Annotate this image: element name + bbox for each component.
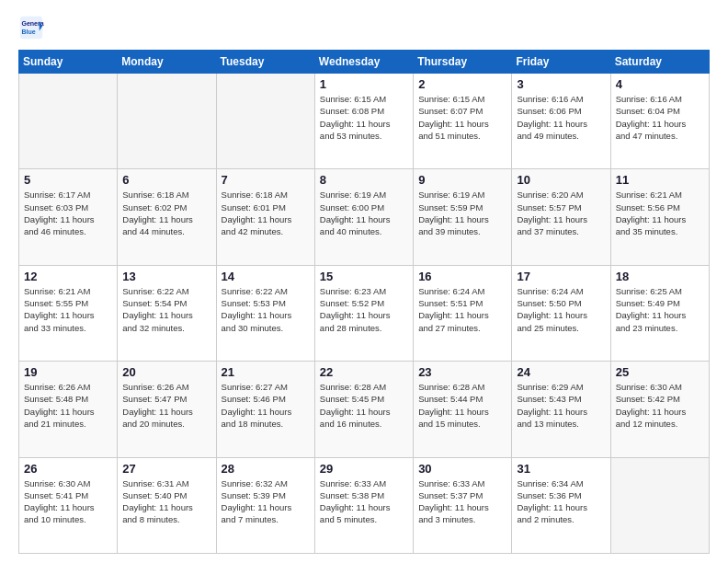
day-info: Sunrise: 6:29 AMSunset: 5:43 PMDaylight:… [517,381,605,430]
calendar-week-row: 26Sunrise: 6:30 AMSunset: 5:41 PMDayligh… [19,457,710,553]
calendar-cell: 26Sunrise: 6:30 AMSunset: 5:41 PMDayligh… [19,457,118,553]
day-number: 2 [418,77,506,91]
calendar-day-header: Sunday [19,51,118,74]
day-number: 23 [418,365,506,379]
calendar-cell [19,74,118,169]
calendar-cell: 30Sunrise: 6:33 AMSunset: 5:37 PMDayligh… [414,457,512,553]
day-info: Sunrise: 6:22 AMSunset: 5:54 PMDaylight:… [122,285,210,334]
calendar-cell: 5Sunrise: 6:17 AMSunset: 6:03 PMDaylight… [19,169,118,265]
calendar-cell [610,457,709,553]
day-number: 10 [517,173,605,187]
calendar-cell: 3Sunrise: 6:16 AMSunset: 6:06 PMDaylight… [512,74,610,169]
day-number: 11 [616,173,704,187]
day-number: 14 [222,270,310,283]
calendar-cell: 11Sunrise: 6:21 AMSunset: 5:56 PMDayligh… [610,169,709,265]
calendar-week-row: 5Sunrise: 6:17 AMSunset: 6:03 PMDaylight… [19,169,710,265]
calendar-cell: 1Sunrise: 6:15 AMSunset: 6:08 PMDaylight… [314,74,413,169]
day-number: 19 [24,365,112,379]
calendar-cell: 8Sunrise: 6:19 AMSunset: 6:00 PMDaylight… [314,169,413,265]
day-number: 31 [517,462,605,476]
day-info: Sunrise: 6:21 AMSunset: 5:56 PMDaylight:… [616,189,704,237]
calendar-week-row: 19Sunrise: 6:26 AMSunset: 5:48 PMDayligh… [19,362,710,457]
calendar-day-header: Tuesday [216,51,314,74]
calendar-header-row: SundayMondayTuesdayWednesdayThursdayFrid… [19,51,710,74]
calendar-day-header: Wednesday [314,51,413,74]
day-info: Sunrise: 6:26 AMSunset: 5:47 PMDaylight:… [122,381,210,430]
day-number: 16 [418,270,506,283]
day-number: 27 [122,462,210,476]
calendar-cell [118,74,216,169]
day-info: Sunrise: 6:28 AMSunset: 5:45 PMDaylight:… [320,381,408,430]
day-number: 7 [222,173,310,187]
day-number: 1 [320,77,408,91]
day-number: 4 [616,77,704,91]
calendar-cell: 13Sunrise: 6:22 AMSunset: 5:54 PMDayligh… [118,265,216,361]
calendar-cell: 9Sunrise: 6:19 AMSunset: 5:59 PMDaylight… [414,169,512,265]
header: General Blue [18,15,710,40]
calendar-cell: 21Sunrise: 6:27 AMSunset: 5:46 PMDayligh… [216,362,314,457]
day-info: Sunrise: 6:16 AMSunset: 6:06 PMDaylight:… [517,93,605,142]
day-info: Sunrise: 6:26 AMSunset: 5:48 PMDaylight:… [24,381,112,430]
day-number: 26 [24,462,112,476]
day-info: Sunrise: 6:18 AMSunset: 6:02 PMDaylight:… [122,189,210,237]
calendar-cell: 4Sunrise: 6:16 AMSunset: 6:04 PMDaylight… [610,74,709,169]
day-number: 15 [320,270,408,283]
day-info: Sunrise: 6:25 AMSunset: 5:49 PMDaylight:… [616,285,704,334]
calendar-cell: 31Sunrise: 6:34 AMSunset: 5:36 PMDayligh… [512,457,610,553]
day-info: Sunrise: 6:30 AMSunset: 5:42 PMDaylight:… [616,381,704,430]
calendar-cell [216,74,314,169]
day-number: 5 [24,173,112,187]
calendar-cell: 23Sunrise: 6:28 AMSunset: 5:44 PMDayligh… [414,362,512,457]
day-number: 6 [122,173,210,187]
calendar-cell: 19Sunrise: 6:26 AMSunset: 5:48 PMDayligh… [19,362,118,457]
day-number: 29 [320,462,408,476]
calendar-cell: 17Sunrise: 6:24 AMSunset: 5:50 PMDayligh… [512,265,610,361]
calendar-cell: 7Sunrise: 6:18 AMSunset: 6:01 PMDaylight… [216,169,314,265]
calendar-week-row: 12Sunrise: 6:21 AMSunset: 5:55 PMDayligh… [19,265,710,361]
day-number: 20 [122,365,210,379]
calendar-table: SundayMondayTuesdayWednesdayThursdayFrid… [18,50,710,554]
day-info: Sunrise: 6:17 AMSunset: 6:03 PMDaylight:… [24,189,112,237]
calendar-week-row: 1Sunrise: 6:15 AMSunset: 6:08 PMDaylight… [19,74,710,169]
day-number: 9 [418,173,506,187]
day-number: 30 [418,462,506,476]
day-info: Sunrise: 6:24 AMSunset: 5:51 PMDaylight:… [418,285,506,334]
day-number: 8 [320,173,408,187]
day-info: Sunrise: 6:28 AMSunset: 5:44 PMDaylight:… [418,381,506,430]
day-number: 22 [320,365,408,379]
day-info: Sunrise: 6:19 AMSunset: 6:00 PMDaylight:… [320,189,408,237]
calendar-cell: 15Sunrise: 6:23 AMSunset: 5:52 PMDayligh… [314,265,413,361]
calendar-cell: 25Sunrise: 6:30 AMSunset: 5:42 PMDayligh… [610,362,709,457]
day-info: Sunrise: 6:30 AMSunset: 5:41 PMDaylight:… [24,477,112,526]
calendar-cell: 12Sunrise: 6:21 AMSunset: 5:55 PMDayligh… [19,265,118,361]
day-info: Sunrise: 6:32 AMSunset: 5:39 PMDaylight:… [222,477,310,526]
calendar-day-header: Monday [118,51,216,74]
day-number: 17 [517,270,605,283]
calendar-cell: 27Sunrise: 6:31 AMSunset: 5:40 PMDayligh… [118,457,216,553]
day-info: Sunrise: 6:22 AMSunset: 5:53 PMDaylight:… [222,285,310,334]
day-info: Sunrise: 6:24 AMSunset: 5:50 PMDaylight:… [517,285,605,334]
day-info: Sunrise: 6:15 AMSunset: 6:08 PMDaylight:… [320,93,408,142]
page: General Blue SundayMondayTuesdayWednesda… [0,0,728,563]
day-number: 13 [122,270,210,283]
day-info: Sunrise: 6:23 AMSunset: 5:52 PMDaylight:… [320,285,408,334]
day-info: Sunrise: 6:19 AMSunset: 5:59 PMDaylight:… [418,189,506,237]
day-number: 24 [517,365,605,379]
calendar-cell: 24Sunrise: 6:29 AMSunset: 5:43 PMDayligh… [512,362,610,457]
day-number: 21 [222,365,310,379]
calendar-cell: 14Sunrise: 6:22 AMSunset: 5:53 PMDayligh… [216,265,314,361]
calendar-cell: 16Sunrise: 6:24 AMSunset: 5:51 PMDayligh… [414,265,512,361]
svg-text:Blue: Blue [22,29,36,35]
calendar-day-header: Saturday [610,51,709,74]
day-number: 25 [616,365,704,379]
day-info: Sunrise: 6:16 AMSunset: 6:04 PMDaylight:… [616,93,704,142]
calendar-cell: 22Sunrise: 6:28 AMSunset: 5:45 PMDayligh… [314,362,413,457]
logo: General Blue [18,15,48,40]
day-number: 3 [517,77,605,91]
calendar-cell: 6Sunrise: 6:18 AMSunset: 6:02 PMDaylight… [118,169,216,265]
calendar-cell: 29Sunrise: 6:33 AMSunset: 5:38 PMDayligh… [314,457,413,553]
day-info: Sunrise: 6:34 AMSunset: 5:36 PMDaylight:… [517,477,605,526]
calendar-cell: 20Sunrise: 6:26 AMSunset: 5:47 PMDayligh… [118,362,216,457]
day-number: 12 [24,270,112,283]
day-info: Sunrise: 6:15 AMSunset: 6:07 PMDaylight:… [418,93,506,142]
